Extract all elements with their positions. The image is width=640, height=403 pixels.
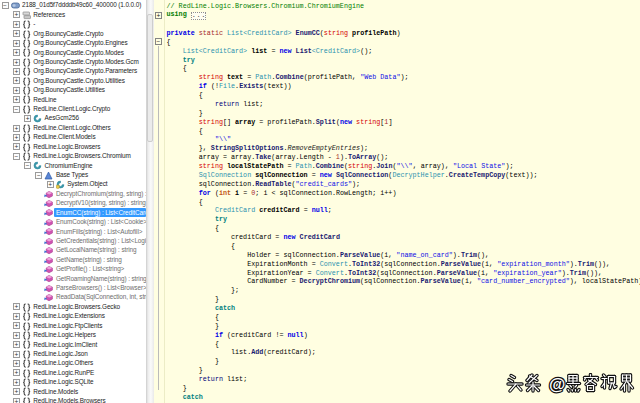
svg-text:@: @ [549, 375, 565, 394]
